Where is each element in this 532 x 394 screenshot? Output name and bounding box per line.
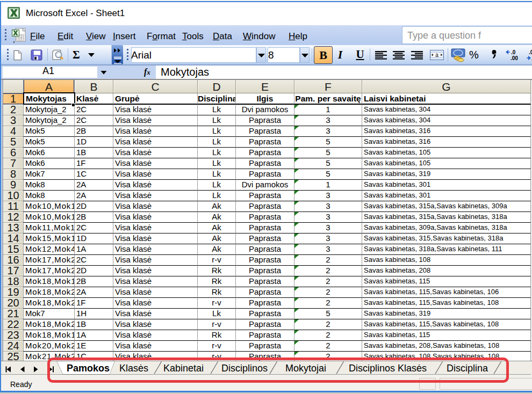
- svg-text:.00: .00: [529, 49, 532, 55]
- svg-text:a: a: [435, 52, 438, 58]
- svg-text:.00: .00: [511, 55, 518, 61]
- svg-text:.0: .0: [511, 49, 516, 55]
